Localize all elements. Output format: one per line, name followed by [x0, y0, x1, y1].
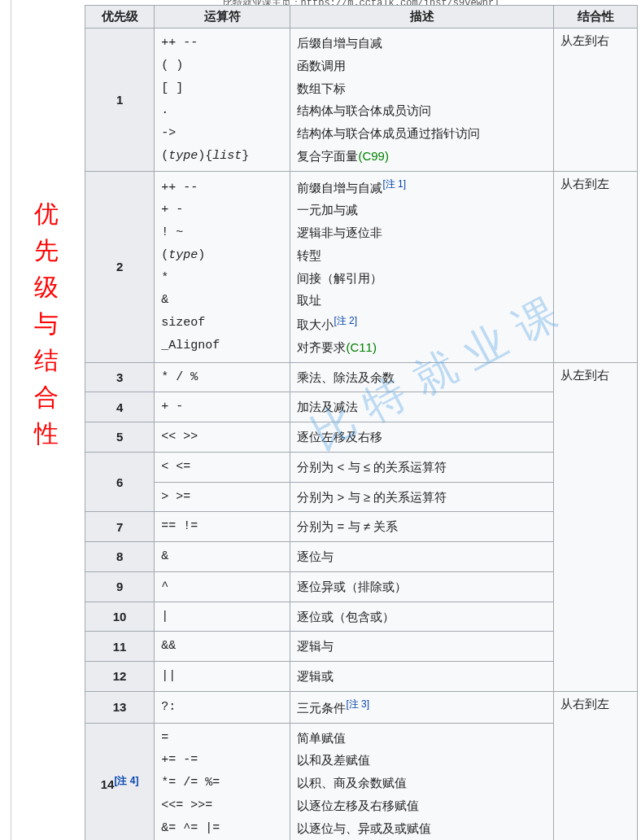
description-cell: 分别为 < 与 ≤ 的关系运算符	[290, 452, 554, 482]
note-link[interactable]: [注 4]	[114, 775, 138, 786]
precedence-cell: 5	[85, 422, 155, 453]
side-title: 优 先 级 与 结 合 性	[11, 0, 85, 452]
left-margin-strip	[0, 0, 11, 840]
precedence-cell: 11	[85, 632, 155, 662]
side-title-char: 优	[34, 195, 85, 232]
operator-cell: > >=	[155, 482, 290, 512]
precedence-cell: 4	[85, 392, 155, 422]
precedence-cell: 12	[85, 662, 155, 692]
table-wrap: 比特就业课主页：https://m.cctalk.com/inst/s9yewn…	[85, 0, 641, 840]
description-cell: 逐位或（包含或）	[290, 602, 554, 632]
table-row: 2 ++ -- + - ! ~ (type) * & sizeof _Align…	[85, 171, 638, 362]
operator-cell: ++ -- + - ! ~ (type) * & sizeof _Alignof	[155, 171, 290, 362]
description-cell: 简单赋值 以和及差赋值 以积、商及余数赋值 以逐位左移及右移赋值 以逐位与、异或…	[290, 723, 554, 840]
operator-cell: * / %	[155, 362, 290, 392]
precedence-cell: 8	[85, 542, 155, 572]
description-cell: 分别为 > 与 ≥ 的关系运算符	[290, 482, 554, 512]
operator-cell: < <=	[155, 452, 290, 482]
page-root: 优 先 级 与 结 合 性 比特就业课主页：https://m.cctalk.c…	[0, 0, 641, 840]
side-title-char: 级	[34, 269, 85, 305]
precedence-cell: 14[注 4]	[85, 723, 155, 840]
description-cell: 逐位异或（排除或）	[290, 571, 554, 602]
col-header-precedence: 优先级	[85, 6, 155, 28]
main-area: 优 先 级 与 结 合 性 比特就业课主页：https://m.cctalk.c…	[11, 0, 641, 840]
description-cell: 逻辑或	[290, 662, 554, 692]
operator-cell: << >>	[155, 422, 290, 453]
operator-cell: &	[155, 542, 290, 572]
operator-cell: ||	[155, 662, 290, 692]
precedence-cell: 1	[85, 28, 155, 172]
description-cell: 逻辑与	[290, 632, 554, 662]
side-title-char: 结	[34, 342, 85, 378]
associativity-cell: 从左到右	[554, 362, 638, 691]
description-cell: 前缀自增与自减[注 1] 一元加与减 逻辑非与逐位非 转型 间接（解引用） 取址…	[290, 171, 554, 362]
operator-cell: |	[155, 602, 290, 632]
table-header-row: 优先级 运算符 描述 结合性	[85, 6, 638, 28]
operator-cell: = += -= *= /= %= <<= >>= &= ^= |=	[155, 723, 290, 840]
precedence-cell: 3	[85, 362, 155, 392]
associativity-cell: 从左到右	[554, 28, 638, 172]
table-row: 13 ?: 三元条件[注 3] 从右到左	[85, 691, 638, 723]
description-cell: 乘法、除法及余数	[290, 362, 554, 392]
col-header-associativity: 结合性	[554, 6, 638, 28]
precedence-cell: 10	[85, 602, 155, 632]
table-row: 3 * / % 乘法、除法及余数 从左到右	[85, 362, 638, 392]
note-link[interactable]: [注 3]	[346, 698, 369, 710]
description-cell: 加法及减法	[290, 392, 554, 422]
note-link[interactable]: [注 2]	[334, 315, 357, 326]
operator-cell: + -	[155, 392, 290, 422]
associativity-cell: 从右到左	[554, 691, 638, 840]
operator-cell: ++ -- ( ) [ ] . -> (type){list}	[155, 28, 290, 172]
note-link[interactable]: [注 1]	[382, 178, 406, 190]
side-title-char: 与	[34, 305, 85, 342]
description-cell: 逐位与	[290, 542, 554, 572]
precedence-cell: 9	[85, 571, 155, 602]
side-title-char: 合	[34, 378, 85, 415]
precedence-cell: 6	[85, 452, 155, 512]
table-row: 1 ++ -- ( ) [ ] . -> (type){list} 后缀自增与自…	[85, 28, 638, 172]
associativity-cell: 从右到左	[554, 171, 638, 362]
side-title-char: 先	[34, 232, 85, 269]
col-header-operator: 运算符	[155, 6, 290, 28]
description-cell: 分别为 = 与 ≠ 关系	[290, 512, 554, 542]
precedence-cell: 2	[85, 171, 155, 362]
precedence-cell: 13	[85, 691, 155, 723]
operator-cell: == !=	[155, 512, 290, 542]
operator-cell: ^	[155, 571, 290, 602]
description-cell: 逐位左移及右移	[290, 422, 554, 453]
precedence-cell: 7	[85, 512, 155, 542]
operator-cell: &&	[155, 632, 290, 662]
operator-precedence-table: 优先级 运算符 描述 结合性 1 ++ -- ( ) [ ]	[85, 5, 638, 840]
description-cell: 后缀自增与自减 函数调用 数组下标 结构体与联合体成员访问 结构体与联合体成员通…	[290, 28, 554, 172]
col-header-description: 描述	[290, 6, 554, 28]
description-cell: 三元条件[注 3]	[290, 691, 554, 723]
side-title-char: 性	[34, 415, 85, 452]
operator-cell: ?:	[155, 691, 290, 723]
